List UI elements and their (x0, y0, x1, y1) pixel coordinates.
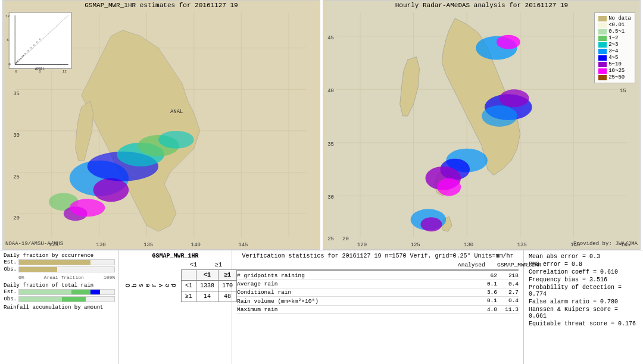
contingency-col1-header: <1 (190, 262, 197, 268)
hist-rain-title: Daily fraction of total rain (4, 283, 115, 288)
verif-header-analysed: Analysed (458, 262, 479, 268)
verif-rows: # gridpoints raining 62 218 Average rain… (237, 272, 519, 314)
verif-row-2-gsmap: 2.7 (497, 289, 519, 296)
legend-label-nodata: No data (608, 15, 631, 21)
svg-point-40 (21, 57, 23, 58)
left-map-svg: 40 35 30 25 20 125 130 135 140 145 ANAL (3, 1, 320, 249)
svg-text:30: 30 (327, 194, 334, 200)
verif-row-0: # gridpoints raining 62 218 (237, 272, 519, 280)
legend-color-nodata (598, 16, 607, 21)
main-container: GSMAP_MWR_1HR estimates for 20161127 19 (0, 0, 643, 364)
svg-point-42 (27, 51, 29, 52)
legend-item-3-4: 3~4 (598, 48, 631, 54)
svg-text:30: 30 (13, 133, 20, 139)
axis-label1: Areal fraction (44, 275, 84, 280)
legend-label-1-2: 1~2 (608, 35, 618, 41)
legend-color-3-4 (598, 49, 607, 54)
verif-row-4-label: Maximum rain (237, 306, 476, 313)
hist-rain-bars: Est. Obs. (4, 289, 115, 302)
svg-text:140: 140 (191, 242, 201, 248)
svg-point-50 (20, 58, 21, 59)
legend-label-25-50: 25~50 (608, 74, 625, 80)
stat-7: Equitable threat score = 0.176 (529, 320, 638, 328)
hist-est-fill2 (19, 290, 71, 294)
legend-label-4-5: 4~5 (608, 55, 618, 61)
verif-row-4-analysed: 4.0 (476, 306, 497, 313)
stat-0: Mean abs error = 0.3 (529, 253, 638, 261)
legend-label-05-1: 0.5~1 (608, 29, 625, 34)
svg-text:12: 12 (5, 14, 10, 18)
verif-header: Analysed GSMAP_MWR_1HR (237, 262, 519, 271)
legend-color-10-25 (598, 68, 607, 74)
legend-label-2-3: 2~3 (608, 42, 618, 48)
hist-est-fill2b (71, 290, 90, 294)
svg-text:130: 130 (96, 242, 106, 248)
svg-text:35: 35 (13, 91, 20, 97)
maps-row: GSMAP_MWR_1HR estimates for 20161127 19 (0, 0, 643, 250)
verif-row-1-gsmap: 0.4 (497, 281, 519, 287)
hist-est-label1: Est. (4, 259, 17, 265)
svg-point-45 (36, 42, 38, 43)
hist-occurrence-obs: Obs. (4, 266, 115, 272)
legend-item-4-5: 4~5 (598, 55, 631, 61)
legend-item-10-25: 10~25 (598, 68, 631, 74)
svg-point-18 (158, 131, 194, 149)
hist-obs-fill2b (62, 297, 86, 302)
legend-item-1-2: 1~2 (598, 35, 631, 41)
svg-point-51 (23, 55, 24, 57)
svg-point-39 (18, 59, 20, 61)
legend-color-5-10 (598, 62, 607, 67)
hist-est-fill2c (90, 290, 100, 294)
svg-text:135: 135 (143, 242, 153, 248)
contingency-row1: <1 1338 170 (182, 281, 237, 291)
verif-row-0-gsmap: 218 (497, 272, 519, 279)
hist-est-track1 (18, 259, 115, 265)
hist-rain-obs: Obs. (4, 296, 115, 302)
contingency-cell21: 14 (196, 291, 219, 302)
hist-occurrence-bars: Est. Obs. (4, 259, 115, 272)
hist-est-fill1 (19, 260, 90, 265)
contingency-col2-header: ≥1 (215, 262, 222, 268)
hist-occurrence-title: Daily fraction by occurrence (4, 253, 115, 259)
svg-text:125: 125 (411, 242, 420, 248)
legend-item-nodata: No data (598, 15, 631, 21)
contingency-th-empty (182, 270, 196, 281)
verif-row-1-label: Average rain (237, 281, 476, 287)
svg-text:145: 145 (238, 242, 248, 248)
legend-color-4-5 (598, 55, 607, 61)
legend-panel: No data <0.01 0.5~1 1~2 2~3 (594, 12, 635, 83)
svg-text:45: 45 (327, 35, 334, 41)
verif-row-2-label: Conditional rain (237, 289, 476, 296)
axis-100-label1: 100% (104, 275, 115, 280)
verif-title: Verification statistics for 20161127 19 … (237, 253, 519, 259)
verif-row-0-label: # gridpoints raining (237, 272, 476, 279)
credit-text: Provided by: JWA/JMA (573, 241, 638, 247)
svg-point-49 (17, 61, 18, 62)
hist-occurrence-est: Est. (4, 259, 115, 265)
hist-obs-fill2 (19, 297, 62, 302)
hist-obs-label1: Obs. (4, 266, 17, 272)
svg-point-78 (437, 178, 461, 196)
verif-row-4-gsmap: 11.3 (497, 306, 519, 313)
legend-label-001: <0.01 (608, 22, 625, 28)
verification-panel: Verification statistics for 20161127 19 … (232, 250, 524, 364)
svg-text:6: 6 (7, 38, 9, 42)
svg-point-46 (39, 39, 40, 40)
verif-row-3: Rain volume (mm×km²×10⁶) 0.1 0.4 (237, 297, 519, 306)
hist-occurrence-section: Daily fraction by occurrence Est. Obs. (4, 253, 115, 280)
svg-text:120: 120 (357, 242, 367, 248)
svg-point-71 (497, 35, 520, 49)
svg-text:25: 25 (327, 236, 334, 242)
contingency-row1-label: <1 (182, 281, 196, 291)
hist-obs-fill1 (19, 267, 57, 272)
legend-item-5-10: 5~10 (598, 61, 631, 67)
legend-color-1-2 (598, 36, 607, 41)
hist-rain-section: Daily fraction of total rain Est. Obs. (4, 283, 115, 302)
hist-rain-est: Est. (4, 289, 115, 295)
legend-item-001: <0.01 (598, 22, 631, 28)
hist-amount-title: Rainfall accumulation by amount (4, 305, 115, 310)
left-map-title: GSMAP_MWR_1HR estimates for 20161127 19 (85, 2, 238, 9)
svg-point-43 (30, 48, 32, 49)
svg-point-41 (24, 54, 26, 55)
axis-0-label1: 0% (18, 275, 24, 280)
